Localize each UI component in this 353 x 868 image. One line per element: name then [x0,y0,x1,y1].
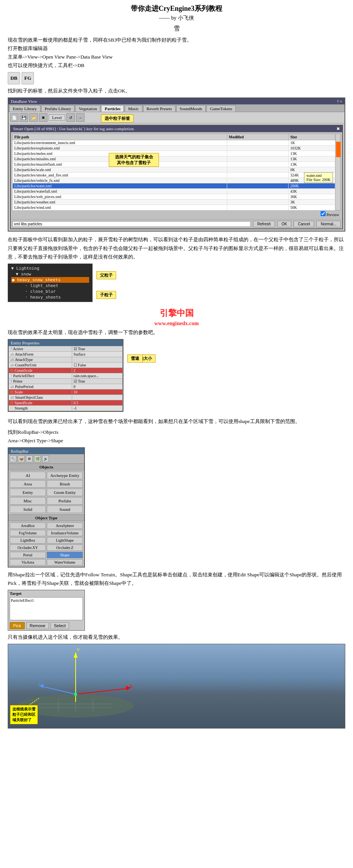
normal-button[interactable]: Normal... [316,221,341,227]
table-row[interactable]: Libs/particles/waterfall.xml43K [13,189,335,194]
select-button[interactable]: Select [51,622,69,629]
obj-misc[interactable]: Misc [10,497,46,505]
page-title: 带你走进CryEngine3系列教程 [8,4,345,13]
table-row[interactable]: Libs/particles/smoke_and_fire.xml324K [13,173,335,178]
callout-parent-particle: 父粒子 [96,271,116,279]
svg-line-5 [43,687,76,694]
svg-line-3 [76,688,128,694]
table-row[interactable]: Libs/particles/missiles.xml13K [13,156,335,162]
type-lightshape[interactable]: LightShape [47,537,83,544]
type-areabox[interactable]: AreaBox [10,522,46,529]
table-row[interactable]: Libs/particles/weather.xml3K [13,200,335,205]
obj-geom-entity[interactable]: Geom Entity [47,489,83,496]
obj-area[interactable]: Area [10,480,46,488]
table-row[interactable]: Libs/particles/scale.xml0K [13,167,335,173]
type-lightbox[interactable]: LightBox [10,537,46,544]
smart-open-dialog: Smart Open [18 of 6981] : Use backtick(`… [10,125,343,229]
obj-brush[interactable]: Brush [47,480,83,488]
tab-music[interactable]: Music [125,105,142,112]
tree-node-light-sheet[interactable]: · light_sheet [11,283,89,289]
obj-archetype-entity[interactable]: Archetype Entity [47,472,83,479]
tab-prefabs-library[interactable]: Prefabs Library [41,105,75,112]
type-fogvolume[interactable]: FogVolume [10,530,46,536]
target-buttons: Pick Remove Select [8,621,84,630]
type-portal[interactable]: Portal [10,552,46,558]
table-row[interactable]: Libs/particles/explosions.xml1032K [13,146,335,151]
close-btn[interactable]: ✖ [39,113,47,122]
obj-entity[interactable]: Entity [10,489,46,496]
watermark2: www.enginedx.com [8,321,345,327]
rollup-icon-2[interactable]: 📦 [18,455,25,462]
tree-node-snow[interactable]: ▼ snow [11,271,89,277]
objtype-grid: AreaBox AreaSphere FogVolume IrradianceV… [8,521,84,567]
save-btn[interactable]: 💾 [20,113,28,122]
rollup-icon-5[interactable]: 🔊 [42,455,49,462]
obj-prefabs[interactable]: Prefabs [47,497,83,505]
tab-particles[interactable]: Particles [101,105,124,112]
watermark: 引擎中国 [8,307,345,319]
objects-section: Objects [8,464,84,470]
tab-gametokens[interactable]: GameTokens [206,105,236,112]
prop-row: ? Active☑ True [9,346,123,351]
tab-soundmoods[interactable]: SoundMoods [176,105,206,112]
scene-annotation: 这根线表示雪 粒子已经和区 域关联好了 [10,705,38,724]
fg-button[interactable]: FG [22,72,34,84]
type-visarea[interactable]: VisArea [10,559,46,566]
rollupbar: RollupBar 🔧 📦 ⚙ 🌿 🔊 Objects AI Archetype… [8,447,85,567]
obj-solid[interactable]: Solid [10,505,46,513]
file-table: File path Modified Size Libs/particles/e… [12,134,335,210]
type-watervolume[interactable]: WaterVolume [47,559,83,566]
type-occluderz[interactable]: Occluder.Z [47,544,83,551]
entity-properties: Entity Properties ? Active☑ True ab Atta… [8,339,123,412]
tree-node-lightning[interactable]: ▼ Lightning [11,265,89,271]
search-input[interactable] [12,221,251,227]
obj-sound[interactable]: Sound [47,505,83,513]
pick-button[interactable]: Pick [10,622,25,629]
tab-reverb[interactable]: Reverb Presets [143,105,176,112]
rollup-icon-3[interactable]: ⚙ [26,455,33,462]
col-filepath: File path [13,134,227,140]
rollupbar-title: RollupBar [8,448,84,454]
table-row[interactable]: Libs/particles/wind.xml50K [13,205,335,210]
toolbar-area: DB FG [8,72,345,84]
tree-node-close-blur[interactable]: · close_blur [11,289,89,294]
type-areasphere[interactable]: AreaSphere [47,522,83,529]
tab-vegetation[interactable]: Vegetation [75,105,100,112]
smart-open-close[interactable]: ✖ [336,126,340,131]
obj-ai[interactable]: AI [10,472,46,479]
file-scrollbar[interactable] [335,134,341,210]
table-row[interactable]: Libs/particles/vehicle_fx.xml489K [13,178,335,183]
rollup-icon-1[interactable]: 🔧 [10,455,17,462]
table-row[interactable]: Libs/particles/environment_insects.xml1K [13,140,335,146]
tree-node-heavy-snow[interactable]: ● heavy_snow_sheets [11,277,89,283]
new-btn[interactable]: 📄 [10,113,19,122]
cancel-button[interactable]: Cancel [294,221,314,227]
table-row[interactable]: Libs/particles/web_pieces.xml36K [13,194,335,200]
prop-row: ab AttachType [9,357,123,362]
callout-weather-particles: 选择天气的粒子集合 其中包含了雪粒子 [109,153,159,167]
tree-node-heavy-sheets[interactable]: · heavy_sheets [11,294,89,300]
ok-button[interactable]: OK [277,221,291,227]
para5: 用Shape拉出一个区域，记住先选中Follow Terrain。Shape工具… [8,571,345,588]
table-row[interactable]: Libs/particles/muzzleflash.xml13K [13,162,335,167]
remove-button[interactable]: Remove [26,622,49,629]
type-occluderxy[interactable]: Occluder.XY [10,544,46,551]
type-shape[interactable]: Shape [47,552,83,558]
reload-btn[interactable]: ↺ [66,113,75,122]
forward-btn[interactable]: → [76,113,84,122]
table-row[interactable]: Libs/particles/melee.xml13K [13,151,335,156]
rollupbar-toolbar: 🔧 📦 ⚙ 🌿 🔊 [8,454,84,464]
open-btn[interactable]: 📂 [29,113,38,122]
table-row-selected[interactable]: Libs/particles/water.xml200K [13,183,335,189]
preview-checkbox[interactable] [321,211,326,216]
tab-entity-library[interactable]: Entity Library [9,105,41,112]
rollup-icon-4[interactable]: 🌿 [34,455,41,462]
callout-child-particle: 子粒子 [96,291,116,299]
type-irradiancevolume[interactable]: IrradianceVolume [47,530,83,536]
refresh-button[interactable]: Refresh [253,221,275,227]
target-box: ParticleEffect1 [10,597,83,620]
db-button[interactable]: DB [8,72,20,84]
para2: 在粒子面板中你可以看到新加入的粒子，展开雪粒子的树型结构，可以看到这个粒子是由四… [8,235,345,261]
subtitle: —— by 小飞侠 [8,15,345,22]
svg-text:Z: Z [38,682,41,687]
